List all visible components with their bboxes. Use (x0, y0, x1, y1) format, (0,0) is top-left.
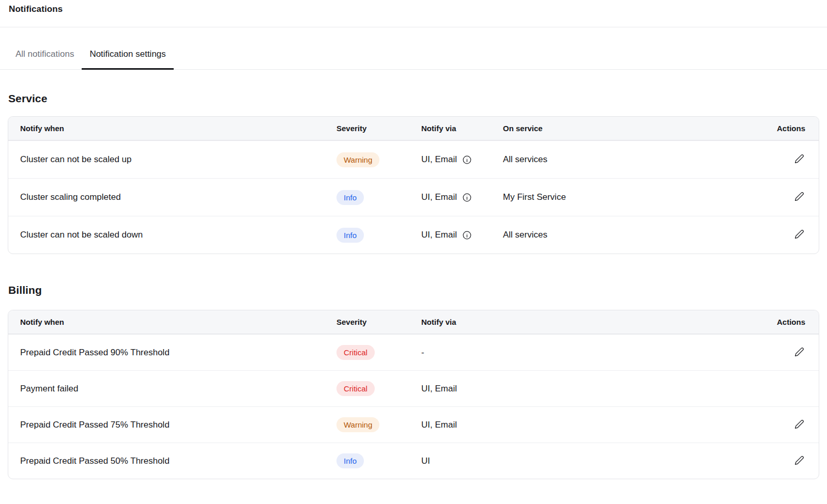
notify-when-label: Cluster can not be scaled down (8, 230, 336, 240)
section-heading-billing: Billing (8, 284, 819, 296)
page-header: Notifications (0, 0, 827, 27)
table-header-row: Notify whenSeverityNotify viaOn serviceA… (8, 117, 819, 140)
notify-via-cell: UI, Email (421, 154, 503, 165)
edit-button[interactable] (793, 228, 805, 240)
column-header-notify-when: Notify when (8, 124, 336, 133)
info-icon[interactable] (462, 230, 472, 240)
severity-cell: Critical (336, 345, 421, 360)
notify-when-label: Payment failed (8, 384, 336, 394)
table-header-row: Notify whenSeverityNotify viaActions (8, 310, 819, 334)
tab-all-notifications[interactable]: All notifications (8, 49, 82, 70)
severity-cell: Warning (336, 152, 421, 167)
notify-via-cell: UI, Email (421, 230, 503, 240)
severity-badge: Critical (336, 381, 375, 396)
info-icon[interactable] (462, 155, 472, 165)
severity-cell: Critical (336, 381, 421, 396)
notify-when-label: Prepaid Credit Passed 50% Threshold (8, 456, 336, 466)
pencil-icon (794, 158, 804, 165)
severity-badge: Info (336, 228, 364, 243)
pencil-icon (794, 459, 804, 467)
table-row: Prepaid Credit Passed 75% ThresholdWarni… (8, 406, 819, 443)
severity-badge: Warning (336, 152, 379, 167)
edit-button[interactable] (793, 153, 805, 165)
page-title: Notifications (9, 4, 63, 14)
notify-via-cell: UI, Email (421, 420, 757, 430)
table-row: Cluster can not be scaled upWarningUI, E… (8, 140, 819, 178)
edit-button[interactable] (793, 454, 805, 466)
service-notifications-table: Notify whenSeverityNotify viaOn serviceA… (8, 116, 819, 254)
column-header-actions: Actions (757, 124, 819, 133)
table-row: Prepaid Credit Passed 90% ThresholdCriti… (8, 334, 819, 370)
actions-cell (757, 346, 819, 359)
notify-via-label: UI (421, 456, 430, 466)
edit-button[interactable] (793, 418, 805, 430)
column-header-notify-via: Notify via (421, 124, 503, 133)
notify-when-label: Cluster scaling completed (8, 192, 336, 202)
table-row: Prepaid Credit Passed 50% ThresholdInfoU… (8, 443, 819, 479)
severity-badge: Warning (336, 417, 379, 432)
notify-via-cell: UI, Email (421, 384, 757, 394)
column-header-severity: Severity (336, 124, 421, 133)
notify-when-label: Cluster can not be scaled up (8, 154, 336, 165)
notify-when-label: Prepaid Credit Passed 75% Threshold (8, 420, 336, 430)
on-service-label: My First Service (503, 192, 757, 202)
notify-via-cell: UI, Email (421, 192, 503, 202)
notify-via-label: - (421, 348, 424, 358)
pencil-icon (794, 351, 804, 358)
notify-via-label: UI, Email (421, 420, 457, 430)
severity-cell: Info (336, 228, 421, 243)
notify-when-label: Prepaid Credit Passed 90% Threshold (8, 348, 336, 358)
column-header-notify-via: Notify via (421, 318, 757, 326)
severity-badge: Critical (336, 345, 375, 360)
billing-notifications-table: Notify whenSeverityNotify viaActionsPrep… (8, 310, 819, 479)
pencil-icon (794, 233, 804, 241)
column-header-severity: Severity (336, 318, 421, 326)
edit-button[interactable] (793, 346, 805, 358)
actions-cell (757, 228, 819, 242)
tabs-bar: All notifications Notification settings (0, 49, 827, 70)
section-service: Service Notify whenSeverityNotify viaOn … (0, 92, 827, 254)
section-billing: Billing Notify whenSeverityNotify viaAct… (0, 284, 827, 479)
actions-cell (757, 454, 819, 468)
severity-badge: Info (336, 190, 364, 205)
table-row: Cluster can not be scaled downInfoUI, Em… (8, 216, 819, 254)
pencil-icon (794, 195, 804, 203)
severity-cell: Info (336, 190, 421, 205)
notify-via-label: UI, Email (421, 154, 457, 165)
pencil-icon (794, 423, 804, 431)
notify-via-label: UI, Email (421, 230, 457, 240)
on-service-label: All services (503, 230, 757, 240)
actions-cell (757, 153, 819, 166)
notify-via-label: UI, Email (421, 192, 457, 202)
info-icon[interactable] (462, 193, 472, 202)
column-header-actions: Actions (757, 318, 819, 326)
column-header-notify-when: Notify when (8, 318, 336, 326)
actions-cell (757, 418, 819, 432)
edit-button[interactable] (793, 191, 805, 202)
severity-cell: Info (336, 453, 421, 468)
table-row: Payment failedCriticalUI, Email (8, 370, 819, 406)
section-heading-service: Service (8, 92, 819, 105)
severity-badge: Info (336, 453, 364, 468)
on-service-label: All services (503, 154, 757, 165)
notify-via-cell: UI (421, 456, 757, 466)
table-row: Cluster scaling completedInfoUI, EmailMy… (8, 178, 819, 216)
tab-notification-settings[interactable]: Notification settings (82, 49, 173, 70)
actions-cell (757, 191, 819, 204)
severity-cell: Warning (336, 417, 421, 432)
column-header-on-service: On service (503, 124, 757, 133)
notify-via-label: UI, Email (421, 384, 457, 394)
notify-via-cell: - (421, 348, 757, 358)
